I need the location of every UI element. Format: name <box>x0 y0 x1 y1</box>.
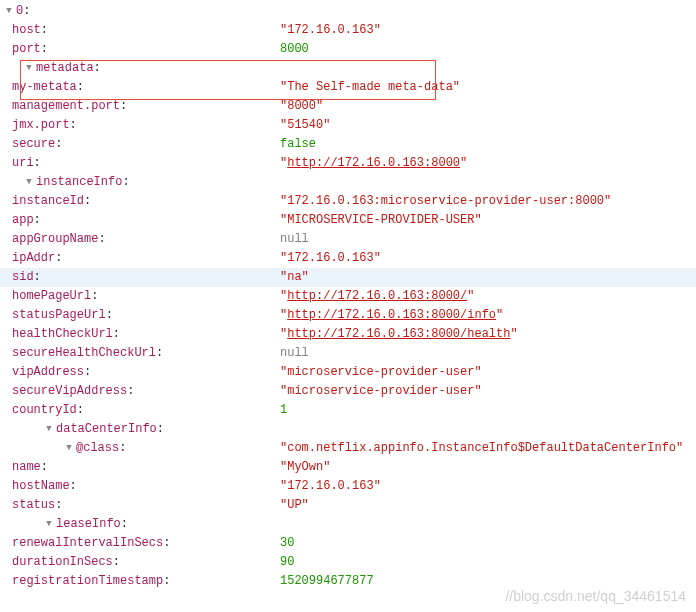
tree-row[interactable]: secureHealthCheckUrl: null <box>0 344 696 363</box>
value-link[interactable]: http://172.16.0.163:8000 <box>287 156 460 170</box>
key: app <box>12 211 34 230</box>
tree-row[interactable]: vipAddress: "microservice-provider-user" <box>0 363 696 382</box>
tree-row[interactable]: uri: "http://172.16.0.163:8000" <box>0 154 696 173</box>
value: 8000 <box>280 40 309 59</box>
key: port <box>12 40 41 59</box>
chevron-down-icon[interactable] <box>64 444 74 454</box>
value: 30 <box>280 534 294 553</box>
value: microservice-provider-user <box>287 384 474 398</box>
key: healthCheckUrl <box>12 325 113 344</box>
key: homePageUrl <box>12 287 91 306</box>
key: secureVipAddress <box>12 382 127 401</box>
key: ipAddr <box>12 249 55 268</box>
key: management.port <box>12 97 120 116</box>
value: 51540 <box>287 118 323 132</box>
chevron-down-icon[interactable] <box>24 178 34 188</box>
value: UP <box>287 498 301 512</box>
tree-row[interactable]: homePageUrl: "http://172.16.0.163:8000/" <box>0 287 696 306</box>
tree-row[interactable]: secure: false <box>0 135 696 154</box>
tree-row[interactable]: durationInSecs: 90 <box>0 553 696 572</box>
value: com.netflix.appinfo.InstanceInfo$Default… <box>287 441 676 455</box>
value: 1520994677877 <box>280 572 374 591</box>
key: @class <box>76 439 119 458</box>
value-link[interactable]: http://172.16.0.163:8000/info <box>287 308 496 322</box>
value-link[interactable]: http://172.16.0.163:8000/health <box>287 327 510 341</box>
value: 172.16.0.163:microservice-provider-user:… <box>287 194 604 208</box>
tree-row[interactable]: hostName: "172.16.0.163" <box>0 477 696 496</box>
value: 172.16.0.163 <box>287 251 373 265</box>
tree-row[interactable]: instanceId: "172.16.0.163:microservice-p… <box>0 192 696 211</box>
value: null <box>280 230 309 249</box>
value: 172.16.0.163 <box>287 23 373 37</box>
key: secure <box>12 135 55 154</box>
tree-row[interactable]: my-metata: "The Self-made meta-data" <box>0 78 696 97</box>
tree-row[interactable]: host: "172.16.0.163" <box>0 21 696 40</box>
value: false <box>280 135 316 154</box>
tree-row[interactable]: @class: "com.netflix.appinfo.InstanceInf… <box>0 439 696 458</box>
value-link[interactable]: http://172.16.0.163:8000/ <box>287 289 467 303</box>
tree-row[interactable]: management.port: "8000" <box>0 97 696 116</box>
key: metadata <box>36 59 94 78</box>
tree-row[interactable]: instanceInfo: <box>0 173 696 192</box>
key: registrationTimestamp <box>12 572 163 591</box>
key: uri <box>12 154 34 173</box>
watermark: //blog.csdn.net/qq_34461514 <box>505 588 686 604</box>
key: countryId <box>12 401 77 420</box>
key: hostName <box>12 477 70 496</box>
key: secureHealthCheckUrl <box>12 344 156 363</box>
tree-row[interactable]: app: "MICROSERVICE-PROVIDER-USER" <box>0 211 696 230</box>
tree-row[interactable]: countryId: 1 <box>0 401 696 420</box>
key: jmx.port <box>12 116 70 135</box>
tree-row-metadata[interactable]: metadata: <box>0 59 696 78</box>
key: my-metata <box>12 78 77 97</box>
value: microservice-provider-user <box>287 365 474 379</box>
chevron-down-icon[interactable] <box>44 425 54 435</box>
key: 0 <box>16 2 23 21</box>
chevron-down-icon[interactable] <box>44 520 54 530</box>
key: durationInSecs <box>12 553 113 572</box>
key: sid <box>12 268 34 287</box>
chevron-down-icon[interactable] <box>4 7 14 17</box>
tree-row[interactable]: healthCheckUrl: "http://172.16.0.163:800… <box>0 325 696 344</box>
tree-row[interactable]: appGroupName: null <box>0 230 696 249</box>
key: instanceInfo <box>36 173 122 192</box>
key: leaseInfo <box>56 515 121 534</box>
key: name <box>12 458 41 477</box>
tree-row[interactable]: renewalIntervalInSecs: 30 <box>0 534 696 553</box>
value: 90 <box>280 553 294 572</box>
key: instanceId <box>12 192 84 211</box>
tree-row[interactable]: secureVipAddress: "microservice-provider… <box>0 382 696 401</box>
tree-row[interactable]: status: "UP" <box>0 496 696 515</box>
tree-row[interactable]: leaseInfo: <box>0 515 696 534</box>
value: null <box>280 344 309 363</box>
tree-row[interactable]: 0: <box>0 2 696 21</box>
key: renewalIntervalInSecs <box>12 534 163 553</box>
tree-row[interactable]: dataCenterInfo: <box>0 420 696 439</box>
value: MICROSERVICE-PROVIDER-USER <box>287 213 474 227</box>
tree-row-selected[interactable]: sid: "na" <box>0 268 696 287</box>
chevron-down-icon[interactable] <box>24 64 34 74</box>
json-tree: 0: host: "172.16.0.163" port: 8000 metad… <box>0 0 696 593</box>
tree-row[interactable]: port: 8000 <box>0 40 696 59</box>
key: statusPageUrl <box>12 306 106 325</box>
tree-row[interactable]: jmx.port: "51540" <box>0 116 696 135</box>
key: appGroupName <box>12 230 98 249</box>
value: 8000 <box>287 99 316 113</box>
tree-row[interactable]: statusPageUrl: "http://172.16.0.163:8000… <box>0 306 696 325</box>
tree-row[interactable]: name: "MyOwn" <box>0 458 696 477</box>
value: The Self-made meta-data <box>287 80 453 94</box>
key: dataCenterInfo <box>56 420 157 439</box>
value: 172.16.0.163 <box>287 479 373 493</box>
key: status <box>12 496 55 515</box>
key: vipAddress <box>12 363 84 382</box>
value: 1 <box>280 401 287 420</box>
key: host <box>12 21 41 40</box>
value: MyOwn <box>287 460 323 474</box>
value: na <box>287 270 301 284</box>
tree-row[interactable]: ipAddr: "172.16.0.163" <box>0 249 696 268</box>
